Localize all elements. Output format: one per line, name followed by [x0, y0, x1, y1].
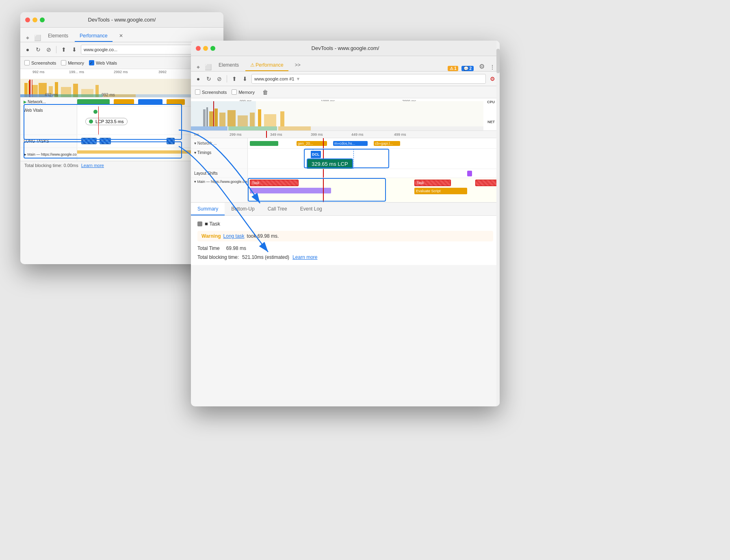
fg-tab-eventlog[interactable]: Event Log: [294, 203, 329, 215]
fg-upload-icon[interactable]: ⬆: [230, 75, 238, 83]
fg-tab-elements[interactable]: Elements: [214, 60, 244, 71]
fg-cpu-chart: [191, 101, 483, 130]
fg-record-icon[interactable]: ●: [194, 75, 202, 83]
fg-more-icon[interactable]: ⋮: [488, 63, 496, 71]
bg-longtasks-label: LONG TASKS: [20, 135, 77, 148]
fg-trash-icon[interactable]: 🗑: [261, 88, 269, 96]
fg-close-button[interactable]: [196, 46, 201, 51]
fg-title-bar: DevTools - www.google.com/: [191, 41, 500, 56]
bg-close-button[interactable]: [25, 17, 30, 22]
bg-ruler-3992: 3992: [158, 70, 167, 74]
fg-blocking-time-label: Total blocking time:: [197, 254, 239, 260]
bg-webvitals-checkbox[interactable]: ✓ Web Vitals: [89, 60, 117, 65]
fg-summary-panel: Summary Bottom-Up Call Tree Event Log ■ …: [191, 202, 500, 265]
bg-maximize-button[interactable]: [40, 17, 45, 22]
fg-lcp-tooltip: 329.65 ms LCP: [307, 158, 353, 169]
fg-ruler-349: 349 ms: [270, 132, 282, 137]
fg-toolbar: ● ↻ ⊘ ⬆ ⬇ www.google.com #1 ▼ ⚙: [191, 72, 500, 86]
fg-warning-row: Warning Long task took 69.98 ms.: [197, 231, 493, 241]
bg-memory-checkbox[interactable]: Memory: [61, 60, 84, 65]
bg-reload-icon[interactable]: ↻: [34, 46, 42, 54]
fg-long-task-link[interactable]: Long task: [223, 233, 245, 239]
bg-screenshots-check: [24, 60, 30, 65]
fg-url-text: www.google.com #1: [254, 76, 294, 81]
fg-memory-checkbox[interactable]: Memory: [232, 89, 255, 95]
fg-detail-tracks: ▾ Network ... gen_20... m=cdos,hs... cb=…: [191, 138, 500, 202]
fg-main-track: ▾ Main — https://www.google.com/ Task Ta…: [191, 178, 500, 202]
fg-reload-icon[interactable]: ↻: [205, 75, 213, 83]
fg-net-label: NET: [487, 120, 495, 124]
fg-tab-more[interactable]: >>: [290, 60, 305, 71]
bg-ruler-492: 492 ms: [45, 93, 58, 97]
fg-total-time-row: Total Time 69.98 ms: [197, 245, 493, 251]
bg-timing-redline: [98, 106, 99, 135]
fg-timeline-minimap: CPU NET 999 ms 1999 ms 2999 ms: [191, 98, 500, 131]
fg-network-track-label: ▾ Network ...: [191, 138, 248, 148]
fg-settings-red-icon[interactable]: ⚙: [488, 75, 496, 83]
fg-settings-icon[interactable]: ⚙: [477, 61, 487, 71]
fg-summary-tabs: Summary Bottom-Up Call Tree Event Log: [191, 203, 500, 216]
bg-record-icon[interactable]: ●: [24, 46, 32, 54]
bg-pointer-icon[interactable]: ⌖: [24, 34, 32, 42]
fg-url-dropdown[interactable]: ▼: [296, 76, 300, 81]
bg-tab-elements[interactable]: Elements: [43, 30, 73, 42]
fg-redline-network: [323, 138, 324, 148]
bg-lcp-green-dot: [89, 119, 93, 124]
fg-ruler-449: 449 ms: [351, 132, 364, 137]
fg-devtools-window: DevTools - www.google.com/ ⌖ ⬜ Elements …: [191, 41, 500, 406]
fg-warning-label: Warning: [201, 233, 221, 239]
bg-net-bar-2: [114, 99, 134, 105]
fg-badge-warn: ⚠1: [448, 66, 459, 71]
fg-stop-icon[interactable]: ⊘: [215, 75, 223, 83]
fg-tab-summary[interactable]: Summary: [191, 203, 225, 215]
fg-badge-chat: 💬2: [461, 66, 474, 71]
fg-tab-performance[interactable]: ⚠Performance: [245, 60, 288, 71]
svg-rect-15: [54, 94, 102, 97]
svg-rect-33: [228, 126, 277, 130]
bg-ruler-992: 992 ms: [32, 70, 45, 74]
fg-device-icon[interactable]: ⬜: [204, 63, 212, 71]
bg-main-label: ▶ Main — https://www.google.com/: [20, 148, 77, 161]
bg-net-bar-4: [167, 99, 185, 105]
bg-device-icon[interactable]: ⬜: [33, 34, 41, 42]
fg-blocking-time-row: Total blocking time: 521.10ms (estimated…: [197, 254, 493, 260]
fg-redline-ruler: [266, 131, 267, 138]
fg-layoutshifts-track: Layout Shifts: [191, 169, 500, 178]
bg-longtask-1: [81, 138, 97, 144]
bg-ruler-992b: 992 ms: [102, 93, 115, 97]
fg-scrollbar-thumb[interactable]: [496, 49, 500, 73]
fg-url-bar: www.google.com #1 ▼: [251, 74, 486, 84]
fg-layout-block: [250, 188, 331, 193]
bg-learn-more-link[interactable]: Learn more: [81, 163, 104, 168]
fg-window-title: DevTools - www.google.com/: [196, 45, 495, 51]
fg-timings-track: ▾ Timings LCP FP FCP DCL 329.65 ms LCP: [191, 149, 500, 169]
bg-minimize-button[interactable]: [32, 17, 37, 22]
fg-dcl-marker: DCL: [311, 151, 321, 158]
fg-task-block-2: Task: [414, 180, 451, 186]
fg-ruler-row: ms 299 ms 349 ms 399 ms 449 ms 499 ms: [191, 131, 500, 138]
fg-main-track-label: ▾ Main — https://www.google.com/: [191, 178, 248, 202]
fg-maximize-button[interactable]: [210, 46, 215, 51]
bg-tab-performance[interactable]: Performance: [75, 30, 113, 42]
bg-window-title: DevTools - www.google.com/: [25, 17, 219, 23]
bg-stop-icon[interactable]: ⊘: [45, 46, 53, 54]
fg-ruler-399: 399 ms: [311, 132, 323, 137]
fg-screenshots-check: [195, 89, 200, 95]
fg-tab-calltree[interactable]: Call Tree: [261, 203, 294, 215]
fg-pointer-icon[interactable]: ⌖: [194, 63, 202, 71]
bg-upload-icon[interactable]: ⬆: [60, 46, 68, 54]
bg-net-bar-3: [138, 99, 162, 105]
bg-lcp-dot: [93, 110, 97, 114]
bg-screenshots-checkbox[interactable]: Screenshots: [24, 60, 56, 65]
fg-tab-bottomup[interactable]: Bottom-Up: [225, 203, 261, 215]
bg-download-icon[interactable]: ⬇: [70, 46, 78, 54]
bg-tab-close[interactable]: ✕: [114, 30, 128, 42]
fg-scrollbar[interactable]: [496, 41, 500, 406]
bg-traffic-lights: [25, 17, 45, 22]
fg-eval-block: Evaluate Script: [414, 188, 467, 194]
fg-learn-more-link[interactable]: Learn more: [292, 254, 317, 260]
fg-download-icon[interactable]: ⬇: [241, 75, 249, 83]
fg-task-icon: [197, 221, 202, 226]
fg-minimize-button[interactable]: [203, 46, 208, 51]
fg-screenshots-checkbox[interactable]: Screenshots: [195, 89, 227, 95]
